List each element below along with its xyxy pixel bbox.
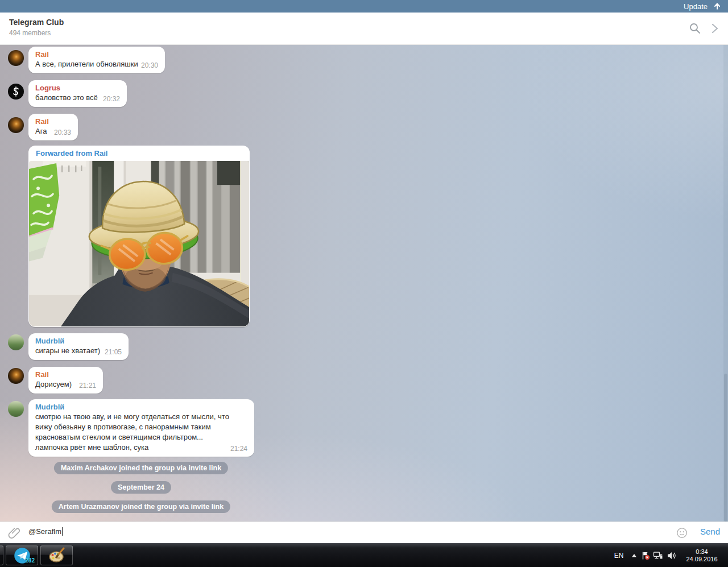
tray-clock[interactable]: 0:34 24.09.2016 xyxy=(680,544,723,567)
message-time: 20:33 xyxy=(54,129,71,136)
service-message-joined: Maxim Archakov joined the group via invi… xyxy=(54,462,228,474)
update-label[interactable]: Update xyxy=(684,2,708,11)
avatar-logrus[interactable] xyxy=(8,84,24,100)
message-bubble[interactable]: Rail Ага 20:33 xyxy=(28,114,78,140)
send-button[interactable]: Send xyxy=(700,527,720,536)
scrollbar-thumb[interactable] xyxy=(724,374,727,522)
tray-date: 24.09.2016 xyxy=(680,556,723,563)
message-bubble[interactable]: Logrus баловство это всё 20:32 xyxy=(28,80,127,107)
avatar-mudrbly[interactable] xyxy=(8,401,24,417)
selfie-photo-illustration xyxy=(29,161,249,326)
tray-time: 0:34 xyxy=(680,548,723,556)
chat-members-count: 494 members xyxy=(9,29,51,37)
message-time: 21:05 xyxy=(105,348,122,356)
tray-volume-icon[interactable] xyxy=(667,544,677,567)
avatar-mudrbly[interactable] xyxy=(8,334,24,350)
telegram-unread-badge: 282 xyxy=(25,557,35,564)
message-author[interactable]: Rail xyxy=(35,50,158,59)
emoji-icon[interactable] xyxy=(676,527,688,539)
message-author[interactable]: Rail xyxy=(35,370,96,379)
message-input[interactable]: @Seraflm xyxy=(28,527,63,536)
taskbar-telegram-button[interactable]: 282 xyxy=(6,545,38,565)
chevron-right-icon[interactable] xyxy=(708,22,721,35)
paint-icon xyxy=(48,547,66,564)
update-banner[interactable]: Update xyxy=(0,0,728,13)
taskbar-edge-button[interactable] xyxy=(0,545,3,565)
service-message-joined: Artem Urazmanov joined the group via inv… xyxy=(52,500,230,513)
message-input-value: @Seraflm xyxy=(28,527,61,536)
message-author[interactable]: Mudrblй xyxy=(35,337,122,346)
message-author[interactable]: Rail xyxy=(35,117,71,126)
message-time: 20:32 xyxy=(103,95,120,103)
tray-action-center-flag-icon[interactable] xyxy=(640,544,651,567)
message-bubble[interactable]: Rail А все, прилетели обновляшки 20:30 xyxy=(28,47,165,73)
date-divider: September 24 xyxy=(111,481,171,494)
attach-file-icon[interactable] xyxy=(7,526,21,540)
logrus-symbol-icon xyxy=(10,85,22,98)
windows-taskbar[interactable]: 282 EN xyxy=(0,543,728,567)
tray-network-icon[interactable] xyxy=(653,544,663,567)
message-text: А все, прилетели обновляшки xyxy=(35,59,158,69)
message-bubble[interactable]: Rail Дорисуем) 21:21 xyxy=(28,367,103,394)
history-scrollbar[interactable] xyxy=(723,45,728,522)
forwarded-message-bubble[interactable]: Forwarded from Rail xyxy=(28,146,250,327)
chat-title: Telegram Club xyxy=(9,18,64,27)
message-time: 21:21 xyxy=(79,382,96,390)
forwarded-photo[interactable] xyxy=(29,161,249,326)
search-icon[interactable] xyxy=(688,22,702,35)
avatar-rail[interactable] xyxy=(8,50,24,66)
update-arrow-icon xyxy=(713,2,721,10)
taskbar-paint-button[interactable] xyxy=(40,545,73,565)
chat-header[interactable]: Telegram Club 494 members xyxy=(0,13,728,45)
message-history[interactable]: Rail А все, прилетели обновляшки 20:30 L… xyxy=(0,45,728,522)
message-composer[interactable]: @Seraflm Send xyxy=(0,522,728,543)
tray-show-hidden-icons[interactable] xyxy=(629,544,639,567)
message-bubble[interactable]: Mudrblй смотрю на твою аву, и не могу от… xyxy=(28,399,254,457)
message-text: смотрю на твою аву, и не могу отделаться… xyxy=(35,412,247,453)
forwarded-from-link[interactable]: Forwarded from Rail xyxy=(36,146,107,161)
message-bubble[interactable]: Mudrblй сигары не хватает) 21:05 xyxy=(28,333,129,360)
avatar-rail[interactable] xyxy=(8,117,24,133)
tray-language-indicator[interactable]: EN xyxy=(612,544,626,567)
avatar-rail[interactable] xyxy=(8,368,24,384)
message-time: 20:30 xyxy=(141,61,158,69)
message-time: 21:24 xyxy=(230,445,247,453)
message-author[interactable]: Mudrblй xyxy=(35,403,247,412)
text-caret xyxy=(62,527,63,536)
message-author[interactable]: Logrus xyxy=(35,84,120,93)
